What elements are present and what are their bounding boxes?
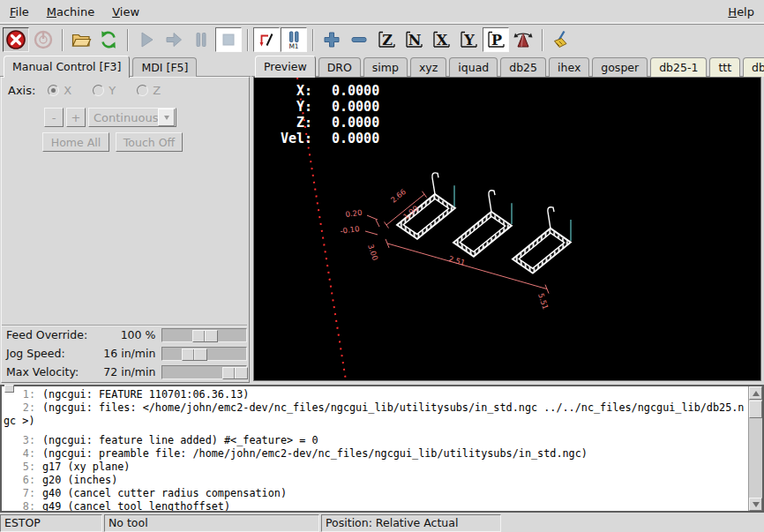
pane-sash-grip[interactable] <box>4 385 14 393</box>
tab-db25-1[interactable]: db25-1 <box>650 57 707 77</box>
step-button[interactable] <box>161 27 187 52</box>
toolpath-hook <box>548 207 554 229</box>
jog-increment-value: Continuous <box>89 111 158 124</box>
radio-axis-z[interactable]: Z <box>137 84 161 97</box>
connector-shape <box>513 229 571 273</box>
radio-label: Z <box>153 84 161 97</box>
jog-row: - + Continuous <box>44 108 176 127</box>
scroll-up-arrow-icon[interactable] <box>749 386 762 400</box>
axis-caption: Axis: <box>8 84 35 97</box>
tab-dro[interactable]: DRO <box>318 57 361 77</box>
home-all-button[interactable]: Home All <box>42 132 109 152</box>
block-delete-button[interactable] <box>253 27 280 52</box>
zoom-out-button[interactable] <box>346 27 372 52</box>
feed-override-slider[interactable] <box>161 328 247 342</box>
dim-depth-minus: -0.10 <box>340 224 360 236</box>
view-x-icon: X <box>431 29 452 50</box>
connector-shape <box>453 212 512 257</box>
readout-z-value: 0.0000 <box>332 115 379 131</box>
run-button[interactable] <box>133 27 160 52</box>
clear-plot-button[interactable] <box>548 27 574 52</box>
readout-z-label: Z: <box>266 115 312 131</box>
jog-plus-button[interactable]: + <box>66 108 86 127</box>
reload-file-button[interactable] <box>95 27 122 52</box>
estop-button[interactable] <box>3 27 29 52</box>
jog-speed-slider-handle[interactable] <box>182 348 207 361</box>
gcode-line: gc >) <box>2 415 748 428</box>
tab-preview[interactable]: Preview <box>255 56 316 78</box>
view-p-button[interactable]: P <box>483 27 509 52</box>
left-tab-bar: Manual Control [F3]MDI [F5] <box>0 55 251 77</box>
line-number: 5: <box>2 461 35 474</box>
gcode-lines: 1:(ngcgui: FEATURE 110701:06.36.13)2:(ng… <box>2 388 748 513</box>
tab-iquad[interactable]: iquad <box>449 57 498 77</box>
dim-depth-plus: 0.20 <box>345 208 363 219</box>
touch-off-button[interactable]: Touch Off <box>116 132 183 152</box>
max-velocity-row: Max Velocity:72 in/min <box>2 363 247 381</box>
optional-pause-button[interactable]: M1 <box>281 27 307 52</box>
status-tool-info: No tool <box>104 514 319 532</box>
tab-xyz[interactable]: xyz <box>410 57 446 77</box>
tab-mdi-f5[interactable]: MDI [F5] <box>132 57 197 77</box>
tab-db25[interactable]: db25 <box>500 57 546 77</box>
preview-canvas[interactable]: 2.66 1.90 0.20 -0.10 3.00 2.51 5.51 X:0.… <box>253 77 761 381</box>
max-velocity-slider-handle[interactable] <box>222 367 248 379</box>
preview-panel: PreviewDROsimpxyziquaddb25ihexgosperdb25… <box>251 55 764 383</box>
jog-speed-slider[interactable] <box>161 347 247 361</box>
jog-speed-value: 16 in/min <box>101 347 156 360</box>
tab-db25-2[interactable]: db25-2 <box>743 57 764 77</box>
tab-ttt[interactable]: ttt <box>709 57 740 77</box>
tab-gosper[interactable]: gosper <box>592 57 648 77</box>
open-file-button[interactable] <box>68 27 94 52</box>
scrollbar-thumb[interactable] <box>749 401 762 418</box>
zoom-in-button[interactable] <box>318 27 345 52</box>
toolpath-hook <box>489 191 495 212</box>
readout-x-label: X: <box>266 83 312 99</box>
pause-button[interactable] <box>188 27 214 52</box>
view-z-rotated-button[interactable]: N <box>401 27 427 52</box>
svg-text:Z: Z <box>382 32 393 49</box>
stop-button[interactable] <box>215 27 242 52</box>
max-velocity-slider[interactable] <box>161 365 247 379</box>
gcode-listing[interactable]: 1:(ngcgui: FEATURE 110701:06.36.13)2:(ng… <box>0 385 764 513</box>
jog-minus-button[interactable]: - <box>44 108 64 127</box>
view-x-button[interactable]: X <box>428 27 454 52</box>
view-z-button[interactable]: Z <box>373 27 400 52</box>
chevron-down-icon <box>158 109 175 126</box>
scroll-down-arrow-icon[interactable] <box>749 498 762 511</box>
line-number: 3: <box>2 434 35 447</box>
reload-icon <box>98 29 119 50</box>
machine-power-button[interactable] <box>30 27 56 52</box>
optional-pause-icon: M1 <box>283 29 304 50</box>
line-text: (ngcgui: files: </home/john/emc2-dev/nc_… <box>42 401 744 415</box>
radio-icon <box>93 85 104 96</box>
tab-simp[interactable]: simp <box>363 57 408 77</box>
menu-help[interactable]: Help <box>726 4 756 20</box>
view-z-icon: Z <box>376 29 397 50</box>
gcode-line: 3:(ngcgui: feature line added) #<_featur… <box>2 434 748 447</box>
jog-speed-label: Jog Speed: <box>2 347 101 360</box>
line-number: 8: <box>2 500 35 513</box>
radio-icon <box>137 85 148 96</box>
tab-ihex[interactable]: ihex <box>549 57 589 77</box>
svg-text:Y: Y <box>463 32 475 49</box>
view-z-rotated-icon: N <box>403 29 424 50</box>
jog-increment-select[interactable]: Continuous <box>88 108 176 127</box>
view-y-button[interactable]: Y <box>455 27 482 52</box>
gcode-scrollbar[interactable] <box>748 386 762 511</box>
rotate-view-button[interactable] <box>510 27 536 52</box>
dim-offset-left: 3.00 <box>366 243 379 261</box>
gcode-line: 7:g40 (cancel cutter radius compensation… <box>2 487 748 500</box>
radio-axis-x[interactable]: X <box>48 84 71 97</box>
line-text: gc >) <box>4 415 35 428</box>
menu-file[interactable]: File <box>8 4 31 20</box>
feed-override-slider-handle[interactable] <box>192 330 218 342</box>
menu-machine[interactable]: Machine <box>45 4 96 20</box>
tab-manual-control-f3[interactable]: Manual Control [F3] <box>4 56 130 78</box>
svg-text:P: P <box>491 32 502 49</box>
pause-icon <box>191 29 212 50</box>
readout-x-value: 0.0000 <box>332 83 379 99</box>
radio-axis-y[interactable]: Y <box>93 84 116 97</box>
stop-icon <box>218 29 239 50</box>
menu-view[interactable]: View <box>110 4 141 20</box>
